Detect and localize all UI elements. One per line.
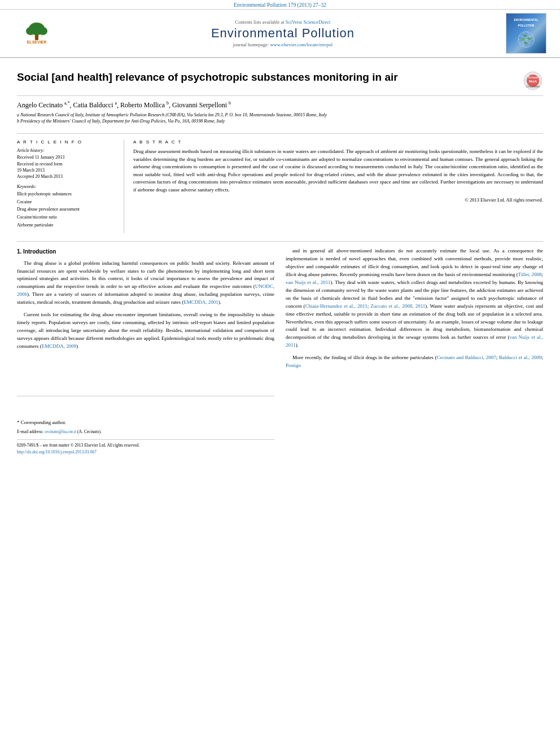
journal-cover-image: ENVIRONMENTAL POLLUTION: [506, 13, 546, 54]
journal-citation: Environmental Pollution 179 (2013) 27–32: [234, 2, 326, 8]
svg-text:CrossMark: CrossMark: [526, 85, 540, 88]
author-email[interactable]: cecinato@iia.cnr.it: [45, 429, 76, 434]
ref-chiaia-2011[interactable]: Chiaia-Hernandez et al., 2011: [305, 303, 368, 309]
ref-balducci-2009[interactable]: Balducci et al., 2009: [499, 355, 542, 360]
email-line: E-mail address: cecinato@iia.cnr.it (A. …: [17, 429, 274, 435]
doi-link[interactable]: http://dx.doi.org/10.1016/j.envpol.2013.…: [17, 449, 97, 455]
journal-title: Environmental Pollution: [68, 26, 498, 41]
body-para-1: The drug abuse is a global problem induc…: [17, 260, 274, 307]
affiliation-a: a National Research Council of Italy, In…: [17, 112, 543, 118]
article-title-section: Social [and health] relevance of psychot…: [17, 64, 543, 96]
keyword-1: Illicit psychotropic substances: [17, 190, 117, 198]
journal-title-area: Contents lists available at SciVerse Sci…: [68, 19, 498, 47]
sciverse-link[interactable]: SciVerse ScienceDirect: [286, 19, 331, 25]
article-info-column: A R T I C L E I N F O Article history: R…: [17, 139, 124, 233]
issn-line: 0269-7491/$ – see front matter © 2013 El…: [17, 442, 274, 449]
revised-date: 19 March 2013: [17, 167, 117, 173]
cover-globe-icon: [513, 28, 540, 50]
body-section: 1. Introduction The drug abuse is a glob…: [17, 241, 543, 456]
abstract-copyright: © 2013 Elsevier Ltd. All rights reserved…: [133, 197, 543, 203]
cover-title-line1: ENVIRONMENTAL: [513, 17, 539, 23]
affiliation-b: b Presidency of the Ministers' Council o…: [17, 118, 543, 124]
footer-issn-section: 0269-7491/$ – see front matter © 2013 El…: [17, 439, 274, 455]
article-title: Social [and health] relevance of psychot…: [17, 71, 516, 85]
svg-point-4: [38, 27, 47, 35]
abstract-heading: A B S T R A C T: [133, 139, 543, 145]
svg-text:Cross: Cross: [528, 76, 538, 79]
keyword-5: Airborne particulate: [17, 221, 117, 229]
affiliations: a National Research Council of Italy, In…: [17, 112, 543, 124]
keyword-2: Cocaine: [17, 198, 117, 206]
crossmark-badge-icon[interactable]: Cross Mark CrossMark: [523, 71, 543, 91]
accepted-date: Accepted 20 March 2013: [17, 173, 117, 180]
received-revised-label: Received in revised form: [17, 161, 117, 167]
svg-text:Mark: Mark: [529, 80, 537, 83]
ref-vanuijs-2011b[interactable]: van Nuijs et al., 2011: [286, 334, 543, 348]
ref-emcdda-2001[interactable]: EMCDDA, 2001: [183, 299, 218, 305]
journal-header: ELSEVIER Contents lists available at Sci…: [0, 10, 560, 58]
journal-homepage: journal homepage: www.elsevier.com/locat…: [68, 42, 498, 47]
authors-line: Angelo Cecinato a,*, Catia Balducci a, R…: [17, 101, 543, 110]
abstract-text: Drug abuse assessment methods based on m…: [133, 148, 543, 194]
body-para-3: and in general all above-mentioned indic…: [286, 247, 543, 350]
keywords-block: Keywords: Illicit psychotropic substance…: [17, 184, 117, 229]
ref-vanuijs-2011[interactable]: van Nuijs et al., 2011: [286, 279, 330, 285]
received-date: Received 11 January 2013: [17, 154, 117, 160]
article-history-block: Article history: Received 11 January 201…: [17, 148, 117, 180]
main-content: Social [and health] relevance of psychot…: [0, 58, 560, 461]
body-left-column: 1. Introduction The drug abuse is a glob…: [17, 247, 274, 456]
keywords-list: Illicit psychotropic substances Cocaine …: [17, 190, 117, 229]
svg-point-3: [26, 27, 35, 35]
keyword-4: Cocaine/nicotine ratio: [17, 213, 117, 221]
ref-zuccato-2008[interactable]: Zuccato et al., 2008, 2011: [370, 303, 425, 309]
doi-line[interactable]: http://dx.doi.org/10.1016/j.envpol.2013.…: [17, 449, 274, 456]
body-para-2: Current tools for estimating the drug ab…: [17, 311, 274, 351]
ref-tillet-2008[interactable]: Tillet, 2008: [518, 272, 542, 277]
corresponding-author-note: * Corresponding author.: [17, 419, 274, 427]
journal-top-bar: Environmental Pollution 179 (2013) 27–32: [0, 0, 560, 10]
authors-section: Angelo Cecinato a,*, Catia Balducci a, R…: [17, 96, 543, 126]
footnote-area: * Corresponding author. E-mail address: …: [17, 396, 274, 435]
appears-text: appears: [34, 335, 49, 341]
body-para-4: More recently, the finding of illicit dr…: [286, 354, 543, 370]
section1-title: 1. Introduction: [17, 247, 274, 256]
article-info-heading: A R T I C L E I N F O: [17, 139, 117, 145]
history-label: Article history:: [17, 148, 117, 153]
body-right-column: and in general all above-mentioned indic…: [286, 247, 543, 456]
ref-unodc-2006[interactable]: UNODC, 2006: [17, 283, 274, 297]
ref-cecinato-2007[interactable]: Cecinato and Balducci, 2007: [437, 355, 496, 360]
keywords-label: Keywords:: [17, 184, 117, 189]
journal-cover-area: ENVIRONMENTAL POLLUTION: [498, 13, 554, 54]
cover-title-line2: POLLUTION: [517, 23, 536, 28]
ref-postigo[interactable]: Postigo: [286, 362, 301, 368]
body-two-columns: 1. Introduction The drug abuse is a glob…: [17, 247, 543, 456]
sciverse-line: Contents lists available at SciVerse Sci…: [68, 19, 498, 25]
article-info-abstract-section: A R T I C L E I N F O Article history: R…: [17, 133, 543, 233]
svg-text:ELSEVIER: ELSEVIER: [27, 40, 47, 44]
keyword-3: Drug abuse prevalence assessment: [17, 206, 117, 213]
homepage-url[interactable]: www.elsevier.com/locate/envpol: [270, 42, 333, 47]
elsevier-logo-icon: ELSEVIER: [11, 21, 62, 46]
abstract-column: A B S T R A C T Drug abuse assessment me…: [133, 139, 543, 233]
publisher-logo-area: ELSEVIER: [6, 21, 68, 46]
ref-emcdda-2009[interactable]: EMCDDA, 2009: [42, 343, 77, 349]
